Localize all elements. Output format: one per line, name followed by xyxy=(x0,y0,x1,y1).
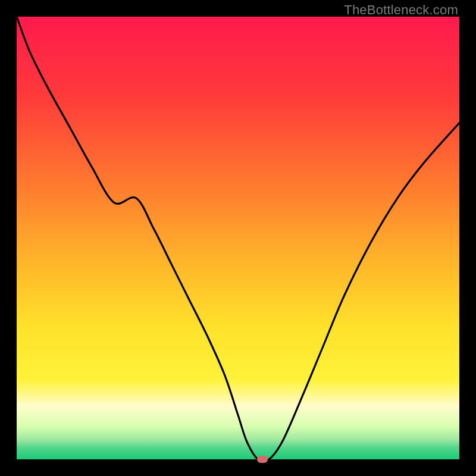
minimum-marker xyxy=(257,456,268,463)
bottleneck-curve xyxy=(17,17,459,459)
plot-area xyxy=(17,17,459,459)
curve-layer xyxy=(17,17,459,459)
chart-frame: { "watermark": "TheBottleneck.com", "cha… xyxy=(0,0,476,476)
watermark-text: TheBottleneck.com xyxy=(344,2,458,18)
